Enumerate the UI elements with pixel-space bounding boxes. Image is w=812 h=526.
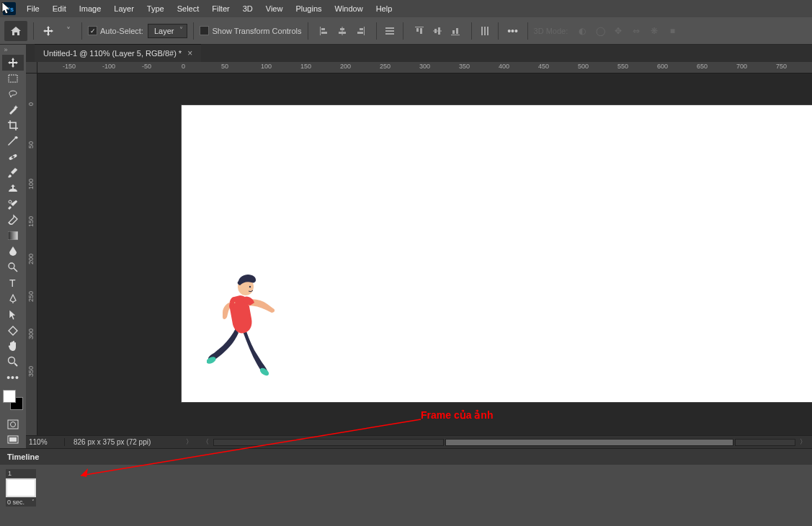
eraser-tool[interactable] xyxy=(2,213,24,228)
document-tab-title: Untitled-1 @ 110% (Layer 5, RGB/8#) * xyxy=(43,49,182,58)
menu-layer[interactable]: Layer xyxy=(107,1,140,16)
rectangle-tool[interactable] xyxy=(2,323,24,339)
svg-rect-13 xyxy=(415,27,424,27)
frame-number: 1 xyxy=(6,469,36,478)
menu-window[interactable]: Window xyxy=(329,1,370,16)
menu-plugins[interactable]: Plugins xyxy=(289,1,328,16)
3d-slide-icon: ⇔ xyxy=(629,24,643,38)
more-options-icon[interactable]: ••• xyxy=(504,22,522,40)
history-brush-tool[interactable] xyxy=(2,197,24,213)
status-info-dropdown-icon[interactable]: 〉 xyxy=(183,437,195,447)
menu-view[interactable]: View xyxy=(259,1,290,16)
svg-rect-4 xyxy=(342,27,342,35)
distribute-icon[interactable] xyxy=(383,24,397,38)
svg-point-31 xyxy=(9,357,15,364)
quick-mask-icon[interactable] xyxy=(2,416,24,432)
horizontal-ruler[interactable]: -150 -100 -50 0 50 100 150 200 250 300 3… xyxy=(37,62,812,73)
move-tool[interactable] xyxy=(2,55,24,71)
align-top-icon[interactable] xyxy=(412,24,427,38)
edit-toolbar-icon[interactable]: ••• xyxy=(2,370,24,385)
ruler-origin[interactable] xyxy=(26,62,37,73)
distribute-v-icon[interactable] xyxy=(478,24,492,38)
show-transform-checkbox[interactable] xyxy=(200,26,209,35)
menu-select[interactable]: Select xyxy=(171,1,206,16)
foreground-color-swatch[interactable] xyxy=(3,390,16,403)
clone-stamp-tool[interactable] xyxy=(2,181,24,197)
svg-rect-1 xyxy=(320,27,321,35)
blur-tool[interactable] xyxy=(2,244,24,259)
menu-bar: Ps File Edit Image Layer Type Select Fil… xyxy=(0,0,812,17)
menu-3d[interactable]: 3D xyxy=(236,1,259,16)
expand-options-icon[interactable]: » xyxy=(1,45,10,55)
type-tool[interactable]: T xyxy=(2,275,24,291)
svg-rect-3 xyxy=(321,32,327,34)
gradient-tool[interactable] xyxy=(2,228,24,244)
show-transform-label: Show Transform Controls xyxy=(212,27,301,35)
menu-filter[interactable]: Filter xyxy=(205,1,236,16)
move-tool-icon xyxy=(40,22,57,40)
svg-rect-12 xyxy=(385,33,394,35)
annotation-label: Frame của ảnh xyxy=(421,409,493,421)
brush-tool[interactable] xyxy=(2,165,24,181)
screen-mode-icon[interactable] xyxy=(2,432,24,448)
svg-rect-20 xyxy=(452,30,455,34)
svg-rect-23 xyxy=(484,27,486,35)
frame-preview xyxy=(6,478,36,497)
layer-content-running-man[interactable] xyxy=(207,271,275,375)
3d-pan-icon: ✥ xyxy=(611,24,625,38)
magic-wand-tool[interactable] xyxy=(2,102,24,117)
document-info[interactable]: 826 px x 375 px (72 ppi) xyxy=(66,438,182,446)
tool-preset-dropdown-icon[interactable]: ˅ xyxy=(61,24,76,38)
canvas[interactable] xyxy=(182,105,812,402)
menu-help[interactable]: Help xyxy=(370,1,399,16)
auto-select-target-dropdown[interactable]: Layer xyxy=(148,24,188,38)
menu-edit[interactable]: Edit xyxy=(46,1,73,16)
align-right-icon[interactable] xyxy=(353,24,367,38)
svg-rect-24 xyxy=(487,27,488,35)
color-swatches[interactable] xyxy=(1,390,24,416)
zoom-tool[interactable] xyxy=(2,354,24,370)
frame-thumbnail[interactable]: 1 0 sec.˅ xyxy=(6,469,36,507)
document-tab[interactable]: Untitled-1 @ 110% (Layer 5, RGB/8#) * × xyxy=(35,44,201,62)
canvas-viewport[interactable]: -150 -100 -50 0 50 100 150 200 250 300 3… xyxy=(26,62,812,435)
dodge-tool[interactable] xyxy=(2,259,24,275)
svg-rect-19 xyxy=(451,35,460,35)
3d-orbit-icon: ◐ xyxy=(575,24,589,38)
scroll-right-icon[interactable]: 〉 xyxy=(797,437,809,447)
zoom-level[interactable]: 110% xyxy=(26,438,65,446)
3d-scale-icon: ❋ xyxy=(647,24,661,38)
scrollbar-h-thumb[interactable] xyxy=(445,439,733,446)
hand-tool[interactable] xyxy=(2,339,24,355)
vertical-ruler[interactable]: 0 50 100 150 200 250 300 350 xyxy=(26,73,37,435)
lasso-tool[interactable] xyxy=(2,86,24,102)
scrollbar-h-track[interactable] xyxy=(735,439,795,446)
align-h-center-icon[interactable] xyxy=(335,24,349,38)
auto-select-checkbox[interactable]: ✓ xyxy=(88,26,97,35)
tools-panel: T ••• xyxy=(0,45,26,448)
menu-file[interactable]: File xyxy=(20,1,46,16)
scrollbar-h-track[interactable] xyxy=(213,439,444,446)
svg-rect-8 xyxy=(360,28,363,30)
svg-point-29 xyxy=(9,263,14,269)
auto-select-label: Auto-Select: xyxy=(100,27,143,35)
align-left-icon[interactable] xyxy=(317,24,331,38)
align-bottom-icon[interactable] xyxy=(448,24,463,38)
svg-rect-17 xyxy=(434,29,437,33)
menu-type[interactable]: Type xyxy=(140,1,171,16)
close-tab-icon[interactable]: × xyxy=(187,48,192,58)
pen-tool[interactable] xyxy=(2,291,24,307)
frame-delay-dropdown[interactable]: 0 sec.˅ xyxy=(6,498,36,507)
path-selection-tool[interactable] xyxy=(2,307,24,323)
eyedropper-tool[interactable] xyxy=(2,133,24,149)
svg-rect-6 xyxy=(339,32,346,34)
home-button[interactable] xyxy=(4,21,27,41)
align-v-center-icon[interactable] xyxy=(430,24,445,38)
rectangular-marquee-tool[interactable] xyxy=(2,71,24,86)
crop-tool[interactable] xyxy=(2,117,24,133)
svg-rect-18 xyxy=(438,27,440,35)
svg-point-33 xyxy=(11,422,16,427)
healing-brush-tool[interactable] xyxy=(2,149,24,165)
menu-image[interactable]: Image xyxy=(73,1,108,16)
scroll-left-icon[interactable]: 〈 xyxy=(200,437,212,447)
timeline-panel-header[interactable]: Timeline xyxy=(0,449,812,465)
